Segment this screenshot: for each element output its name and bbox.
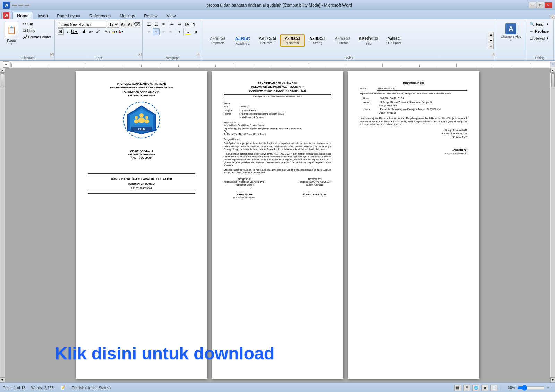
page-cover: PROPOSAL DANA BANTUAN RINTISAN PENYELENG… <box>76 71 207 379</box>
change-styles-button[interactable]: A Change Styles ▼ <box>499 21 523 44</box>
show-formatting-button[interactable]: ¶ <box>190 21 197 28</box>
scroll-thumb-vertical[interactable] <box>1 73 4 87</box>
styles-scroll-up-button[interactable]: ▲ <box>488 32 494 37</box>
tab-view[interactable]: View <box>162 12 180 19</box>
sort-button[interactable]: ↕A <box>183 21 190 28</box>
subscript-button[interactable]: x₂ <box>88 28 94 35</box>
paste-label: Paste <box>7 39 16 43</box>
web-layout-view-button[interactable]: 🌐 <box>472 385 479 391</box>
rec-city-date: Bungo, Februari 2012 <box>360 129 467 132</box>
right-scroll-down-button[interactable]: ▼ <box>550 377 555 382</box>
sig-mengetahui: Mengetahui : Kepala Dinas Pendidikan Cq.… <box>224 178 265 199</box>
proofing-icon: 📝 <box>59 384 66 391</box>
line-spacing-button[interactable]: ↕ <box>176 28 183 35</box>
right-scroll-track[interactable] <box>551 73 555 377</box>
right-scroll-thumb[interactable] <box>551 73 555 87</box>
style-list-para[interactable]: AaBbCcDd List Para... <box>255 35 280 46</box>
zoom-minus-icon[interactable]: - <box>551 386 552 390</box>
styles-scroll-down-button[interactable]: ▼ <box>488 38 494 43</box>
clipboard-dialog-launcher[interactable]: ↗ <box>50 53 54 56</box>
replace-button[interactable]: ↔ Replace <box>528 28 551 34</box>
print-layout-view-button[interactable]: ▦ <box>454 385 461 391</box>
close-button[interactable]: ✕ <box>545 2 552 8</box>
download-overlay[interactable]: Klik disini untuk download <box>55 342 228 365</box>
italic-button[interactable]: I <box>65 28 71 35</box>
numbering-button[interactable]: ☷ <box>153 21 160 28</box>
paragraph-group: ☰ ☷ ≡ ⇤ ⇥ ↕A ¶ ≡ ≡ ≡ ≡ <box>143 20 201 60</box>
tab-home[interactable]: Home <box>12 12 33 19</box>
style-title[interactable]: AaBbCcI Title <box>355 34 382 47</box>
tab-insert[interactable]: Insert <box>33 12 52 19</box>
copy-button[interactable]: ⧉ Copy <box>22 27 52 34</box>
bullets-button[interactable]: ☰ <box>145 21 152 28</box>
clipboard-small-buttons: ✂ Cut ⧉ Copy 🖌 Format Painter <box>22 21 52 40</box>
justify-button[interactable]: ≡ <box>167 28 174 35</box>
language-status: English (United States) <box>72 386 111 390</box>
scroll-up-button[interactable]: ▲ <box>0 68 5 73</box>
underline-button[interactable]: U▼ <box>71 28 78 35</box>
multilevel-button[interactable]: ≡ <box>160 21 167 28</box>
location-line1: DUSUN PURWASARI KECAMATAN PELEPAT ILIR <box>88 177 195 181</box>
location-line2: KABUPATEN BUNGO <box>88 182 195 186</box>
zoom-slider[interactable] <box>517 385 545 390</box>
styles-more-button[interactable]: ≡ <box>488 44 494 49</box>
font-dialog-launcher[interactable]: ↗ <box>138 53 142 56</box>
change-case-button[interactable]: Aa <box>104 28 110 35</box>
outline-view-button[interactable]: ≡ <box>481 385 488 391</box>
tab-page-layout[interactable]: Page Layout <box>52 12 85 19</box>
style-emphasis[interactable]: AaBbCcI Emphasis <box>205 35 230 46</box>
shading-button[interactable]: ▲ <box>185 28 191 35</box>
bold-button[interactable]: B <box>58 28 64 35</box>
ribbon-help-button[interactable]: ? <box>550 15 555 19</box>
borders-button[interactable]: ⊞ <box>192 28 199 35</box>
strikethrough-button[interactable]: ab <box>81 28 87 35</box>
tab-mailings[interactable]: Mailings <box>115 12 139 19</box>
document-area[interactable]: PROPOSAL DANA BANTUAN RINTISAN PENYELENG… <box>5 68 550 382</box>
style-heading1[interactable]: AaBbC Heading 1 <box>230 34 255 47</box>
increase-indent-button[interactable]: ⇥ <box>176 21 183 28</box>
cut-button[interactable]: ✂ Cut <box>22 21 52 27</box>
ruler-vertical-toggle[interactable]: ↕ <box>550 62 555 67</box>
full-screen-view-button[interactable]: ⊞ <box>463 385 470 391</box>
scroll-down-button[interactable]: ▼ <box>0 377 5 382</box>
window-controls[interactable]: ─ □ ✕ <box>529 2 552 8</box>
clear-formatting-button[interactable]: ⌫ <box>134 21 140 27</box>
rec-header: REKOMENDASI <box>360 82 467 85</box>
format-painter-button[interactable]: 🖌 Format Painter <box>22 34 52 40</box>
align-right-button[interactable]: ≡ <box>160 28 167 35</box>
style-subtitle[interactable]: AaBbCcI Subtitle <box>330 35 355 46</box>
download-text[interactable]: Klik disini untuk download <box>55 342 228 365</box>
style-no-spacing[interactable]: AaBbCcI ¶ No Spaci... <box>383 35 407 46</box>
tab-references[interactable]: References <box>85 12 115 19</box>
minimize-button[interactable]: ─ <box>529 2 536 8</box>
office-button[interactable]: W <box>1 12 11 19</box>
select-button[interactable]: ⊡ Select ▼ <box>528 35 551 42</box>
align-center-button[interactable]: ≡ <box>153 28 160 35</box>
sig2-name: SYAIFUL BAKRI, S. PdI <box>299 193 331 196</box>
right-scroll-up-button[interactable]: ▲ <box>550 68 555 73</box>
find-button[interactable]: 🔍 Find ▼ <box>528 21 551 27</box>
style-strong[interactable]: AaBbCcI Strong <box>305 35 330 46</box>
decrease-indent-button[interactable]: ⇤ <box>169 21 176 28</box>
tab-review[interactable]: Review <box>139 12 162 19</box>
font-size-select[interactable]: 12 <box>107 21 119 28</box>
scroll-track-vertical[interactable] <box>0 73 5 377</box>
font-family-input[interactable] <box>58 21 106 28</box>
superscript-button[interactable]: x² <box>95 28 101 35</box>
draft-view-button[interactable]: 📄 <box>490 385 497 391</box>
align-left-button[interactable]: ≡ <box>145 28 152 35</box>
maximize-button[interactable]: □ <box>537 2 544 8</box>
paste-button[interactable]: 📋 Paste ▼ <box>3 21 19 47</box>
font-size-increase-button[interactable]: A↑ <box>120 21 126 27</box>
rec-jabatan: Jabatan : Pengelola /Penyelenggara Kelom… <box>360 108 467 111</box>
zoom-plus-icon[interactable]: + <box>547 386 549 390</box>
styles-dialog-launcher[interactable]: ↗ <box>492 53 495 56</box>
paragraph-dialog-launcher[interactable]: ↗ <box>197 53 200 56</box>
font-color-button[interactable]: A ▼ <box>118 28 124 35</box>
copy-icon: ⧉ <box>23 28 26 33</box>
highlight-color-button[interactable]: ab ▼ <box>111 28 117 35</box>
ruler-icon[interactable]: ↔ <box>3 61 9 68</box>
style-normal[interactable]: AaBbCcI ¶ Normal <box>280 34 305 47</box>
rec-body-text: Untuk mengajukan Proposal bantuan rintis… <box>360 117 467 126</box>
font-size-decrease-button[interactable]: A↓ <box>127 21 133 27</box>
